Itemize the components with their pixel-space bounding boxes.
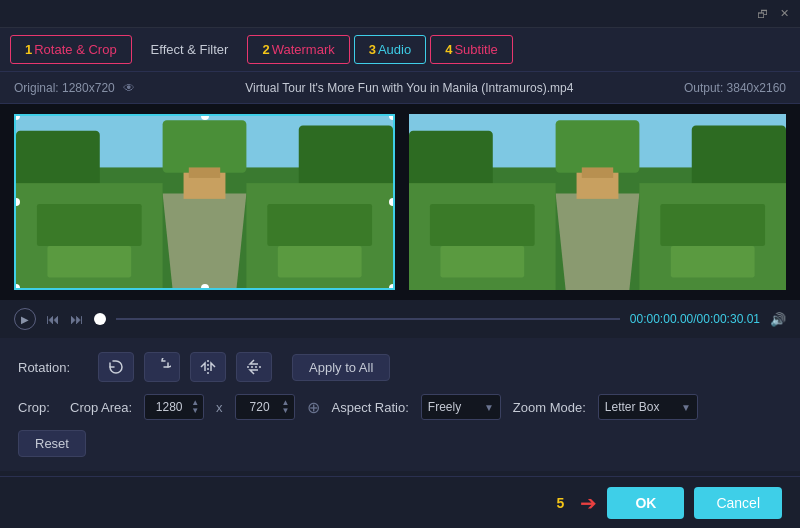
svg-rect-24 <box>440 246 524 277</box>
aspect-ratio-value: Freely <box>428 400 461 414</box>
volume-icon[interactable]: 🔊 <box>770 312 786 327</box>
zoom-mode-value: Letter Box <box>605 400 660 414</box>
tab-label-subtitle: Subtitle <box>454 42 497 57</box>
tab-number-3: 3 <box>369 42 376 57</box>
rotate-ccw-button[interactable] <box>98 352 134 382</box>
arrow-indicator-icon: ➔ <box>580 491 597 515</box>
aspect-ratio-label: Aspect Ratio: <box>332 400 409 415</box>
file-info-bar: Original: 1280x720 👁 Virtual Tour It's M… <box>0 72 800 104</box>
tab-watermark[interactable]: 2 Watermark <box>247 35 349 64</box>
window-controls: 🗗 ✕ <box>754 6 792 22</box>
playback-bar: ▶ ⏮ ⏭ 00:00:00.00/00:00:30.01 🔊 <box>0 300 800 338</box>
flip-h-button[interactable] <box>190 352 226 382</box>
progress-bar[interactable] <box>116 318 620 320</box>
crop-row: Crop: Crop Area: ▲ ▼ x ▲ ▼ ⊕ Aspect Rati… <box>18 394 782 420</box>
tab-number-1: 1 <box>25 42 32 57</box>
cancel-button[interactable]: Cancel <box>694 487 782 519</box>
preview-left <box>14 114 395 290</box>
crop-handle-mr[interactable] <box>389 198 395 206</box>
crop-handle-bm[interactable] <box>201 284 209 290</box>
total-time: 00:00:30.01 <box>697 312 760 326</box>
aspect-ratio-arrow-icon: ▼ <box>484 402 494 413</box>
svg-rect-11 <box>278 246 362 277</box>
crop-width-spinners: ▲ ▼ <box>191 399 199 415</box>
time-display: 00:00:00.00/00:00:30.01 <box>630 312 760 326</box>
restore-button[interactable]: 🗗 <box>754 6 770 22</box>
apply-to-all-button[interactable]: Apply to All <box>292 354 390 381</box>
zoom-mode-arrow-icon: ▼ <box>681 402 691 413</box>
svg-marker-19 <box>556 194 640 290</box>
output-resolution: Output: 3840x2160 <box>684 81 786 95</box>
current-time: 00:00:00.00 <box>630 312 693 326</box>
scene-right-svg <box>409 114 786 290</box>
svg-marker-5 <box>163 194 247 288</box>
tab-bar: 1 Rotate & Crop Effect & Filter 2 Waterm… <box>0 28 800 72</box>
crop-height-down[interactable]: ▼ <box>282 407 290 415</box>
crop-label: Crop: <box>18 400 58 415</box>
eye-icon[interactable]: 👁 <box>123 81 135 95</box>
zoom-mode-label: Zoom Mode: <box>513 400 586 415</box>
tab-label-audio: Audio <box>378 42 411 57</box>
bottom-bar: 5 ➔ OK Cancel <box>0 476 800 528</box>
crop-width-down[interactable]: ▼ <box>191 407 199 415</box>
reset-row: Reset <box>18 430 782 457</box>
svg-rect-22 <box>430 204 535 246</box>
crop-height-input[interactable]: ▲ ▼ <box>235 394 295 420</box>
scene-left-svg <box>16 116 393 288</box>
svg-rect-27 <box>582 167 613 177</box>
playhead[interactable] <box>94 313 106 325</box>
ok-button[interactable]: OK <box>607 487 684 519</box>
rotation-label: Rotation: <box>18 360 88 375</box>
crop-handle-bl[interactable] <box>14 284 20 290</box>
zoom-mode-dropdown[interactable]: Letter Box ▼ <box>598 394 698 420</box>
crop-height-spinners: ▲ ▼ <box>282 399 290 415</box>
svg-rect-8 <box>37 204 142 246</box>
svg-rect-9 <box>267 204 372 246</box>
preview-area <box>0 104 800 300</box>
tab-label-effect-filter: Effect & Filter <box>151 42 229 57</box>
settings-area: Rotation: Apply to All Crop: Crop Area: … <box>0 338 800 471</box>
title-bar: 🗗 ✕ <box>0 0 800 28</box>
flip-v-button[interactable] <box>236 352 272 382</box>
step-forward-button[interactable]: ⏭ <box>70 311 84 327</box>
crop-handle-tr[interactable] <box>389 114 395 120</box>
original-info: Original: 1280x720 👁 <box>14 81 135 95</box>
tab-label-rotate-crop: Rotate & Crop <box>34 42 116 57</box>
crop-width-field[interactable] <box>149 400 189 414</box>
tab-number-2: 2 <box>262 42 269 57</box>
step-number-5: 5 <box>557 495 565 511</box>
tab-number-4: 4 <box>445 42 452 57</box>
crop-area-label: Crop Area: <box>70 400 132 415</box>
tab-audio[interactable]: 3 Audio <box>354 35 426 64</box>
svg-rect-18 <box>556 120 640 172</box>
svg-rect-10 <box>47 246 131 277</box>
original-resolution: Original: 1280x720 <box>14 81 115 95</box>
aspect-ratio-dropdown[interactable]: Freely ▼ <box>421 394 501 420</box>
crop-height-field[interactable] <box>240 400 280 414</box>
tab-label-watermark: Watermark <box>272 42 335 57</box>
svg-rect-13 <box>189 167 220 177</box>
tab-effect-filter[interactable]: Effect & Filter <box>136 35 244 64</box>
crop-x-separator: x <box>216 400 223 415</box>
preview-right <box>409 114 786 290</box>
crop-width-input[interactable]: ▲ ▼ <box>144 394 204 420</box>
reset-button[interactable]: Reset <box>18 430 86 457</box>
crosshair-icon[interactable]: ⊕ <box>307 398 320 417</box>
step-back-button[interactable]: ⏮ <box>46 311 60 327</box>
rotation-row: Rotation: Apply to All <box>18 352 782 382</box>
svg-rect-25 <box>671 246 755 277</box>
svg-rect-4 <box>163 120 247 172</box>
tab-subtitle[interactable]: 4 Subtitle <box>430 35 513 64</box>
play-button[interactable]: ▶ <box>14 308 36 330</box>
svg-rect-23 <box>660 204 765 246</box>
crop-handle-br[interactable] <box>389 284 395 290</box>
tab-rotate-crop[interactable]: 1 Rotate & Crop <box>10 35 132 64</box>
filename-display: Virtual Tour It's More Fun with You in M… <box>245 81 573 95</box>
close-button[interactable]: ✕ <box>776 6 792 22</box>
rotate-cw-button[interactable] <box>144 352 180 382</box>
